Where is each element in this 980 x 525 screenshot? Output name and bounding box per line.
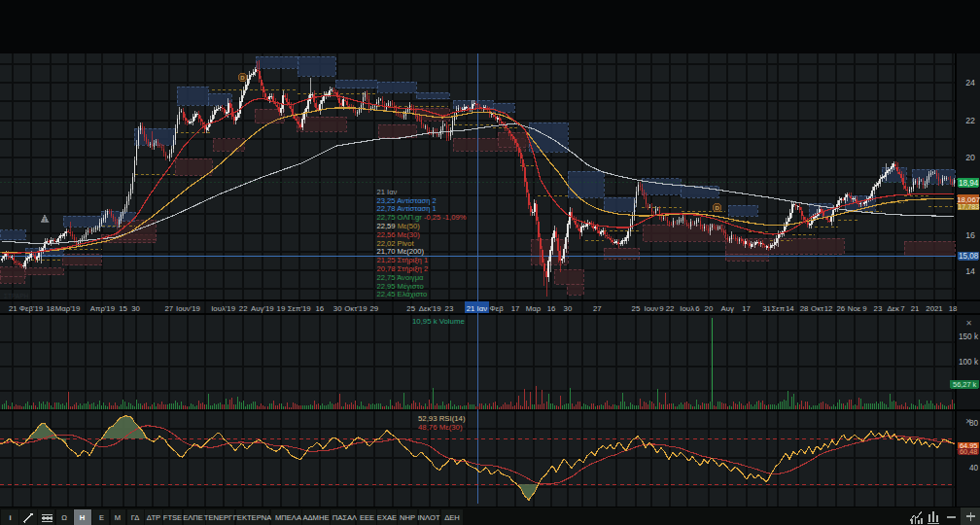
- svg-text:40: 40: [969, 464, 979, 472]
- svg-text:30: 30: [564, 304, 573, 313]
- svg-text:60,48: 60,48: [960, 447, 978, 456]
- svg-text:ΜΠΕΛΑ: ΜΠΕΛΑ: [275, 513, 302, 522]
- svg-text:Σεπ: Σεπ: [772, 304, 786, 313]
- svg-text:22: 22: [239, 304, 248, 313]
- svg-text:30: 30: [131, 304, 140, 313]
- svg-text:17: 17: [742, 304, 751, 313]
- svg-text:Μαρ'19: Μαρ'19: [55, 304, 81, 313]
- svg-text:Αυγ: Αυγ: [721, 304, 734, 313]
- svg-text:Φεβ: Φεβ: [490, 304, 505, 313]
- svg-text:20: 20: [965, 153, 975, 162]
- svg-text:9: 9: [862, 304, 866, 313]
- svg-text:16: 16: [547, 304, 556, 313]
- svg-text:H: H: [80, 513, 85, 522]
- svg-text:12: 12: [824, 304, 833, 313]
- svg-text:22,56 Με(30): 22,56 Με(30): [377, 230, 421, 239]
- svg-text:16: 16: [965, 230, 975, 240]
- svg-text:Ω: Ω: [61, 513, 67, 522]
- svg-text:25: 25: [406, 304, 415, 313]
- svg-text:23: 23: [874, 304, 883, 313]
- svg-text:D: D: [240, 75, 245, 81]
- svg-text:9: 9: [659, 304, 663, 313]
- svg-text:22,59 Με(50): 22,59 Με(50): [377, 222, 421, 230]
- svg-text:23,25 Αντίσταση 2: 23,25 Αντίσταση 2: [377, 196, 437, 205]
- svg-text:18: 18: [46, 304, 54, 313]
- svg-text:16: 16: [315, 304, 324, 313]
- svg-text:28: 28: [800, 304, 809, 313]
- svg-text:ΓΔ: ΓΔ: [131, 513, 140, 522]
- svg-text:15: 15: [119, 304, 127, 313]
- svg-text:ΠΑΣΑΛ: ΠΑΣΑΛ: [332, 513, 358, 522]
- svg-text:21: 21: [911, 304, 920, 313]
- svg-text:Νοε: Νοε: [848, 304, 861, 313]
- svg-text:80: 80: [969, 419, 979, 428]
- svg-text:27: 27: [164, 304, 173, 313]
- svg-text:Φεβ'19: Φεβ'19: [19, 304, 43, 313]
- svg-text:150 k: 150 k: [959, 332, 979, 341]
- svg-text:M: M: [115, 513, 121, 522]
- svg-text:6: 6: [695, 304, 699, 313]
- svg-text:i: i: [9, 513, 11, 522]
- svg-text:22,75 Άνοιγμα: 22,75 Άνοιγμα: [377, 273, 425, 282]
- svg-text:31: 31: [762, 304, 771, 313]
- svg-text:26: 26: [836, 304, 845, 313]
- svg-text:22: 22: [965, 116, 975, 125]
- svg-text:22,02 Pivot: 22,02 Pivot: [377, 239, 415, 248]
- svg-text:ΓΕΚΤΕΡΝΑ: ΓΕΚΤΕΡΝΑ: [233, 513, 273, 522]
- svg-text:Ιουλ: Ιουλ: [680, 304, 694, 313]
- svg-text:Αυγ'19: Αυγ'19: [251, 304, 274, 313]
- svg-text:21,70 Με(200): 21,70 Με(200): [377, 247, 425, 256]
- svg-text:22,45 Ελάχιστο: 22,45 Ελάχιστο: [377, 290, 428, 298]
- svg-text:ΣΤΡΑΡΗ: ΣΤΡΑΡΗ: [4, 293, 29, 299]
- svg-text:22,78 Αντίσταση 1: 22,78 Αντίσταση 1: [377, 204, 437, 213]
- svg-text:25: 25: [632, 304, 641, 313]
- svg-text:17: 17: [511, 304, 520, 313]
- svg-text:Δεκ'19: Δεκ'19: [419, 304, 441, 313]
- svg-text:19: 19: [277, 304, 286, 313]
- svg-text:Οκτ: Οκτ: [811, 304, 824, 313]
- svg-text:Δεκ: Δεκ: [887, 304, 899, 313]
- svg-text:Απρ'19: Απρ'19: [90, 304, 115, 313]
- svg-text:22,95 Μέγιστο: 22,95 Μέγιστο: [377, 282, 424, 291]
- svg-text:ΕΧΑΕ: ΕΧΑΕ: [377, 513, 397, 522]
- svg-text:ΔΕΗ: ΔΕΗ: [444, 513, 460, 522]
- svg-text:22: 22: [666, 304, 675, 313]
- svg-text:56,27 k: 56,27 k: [953, 380, 977, 389]
- svg-text:24: 24: [965, 78, 975, 88]
- svg-text:27: 27: [593, 304, 602, 313]
- svg-text:20,78 Στήριξη 2: 20,78 Στήριξη 2: [377, 264, 429, 273]
- svg-text:23: 23: [445, 304, 454, 313]
- svg-text:!: !: [44, 217, 46, 223]
- svg-text:21 Ιαν: 21 Ιαν: [377, 188, 398, 196]
- svg-text:7: 7: [900, 304, 904, 313]
- svg-text:ΔΤΡ: ΔΤΡ: [147, 513, 160, 522]
- svg-text:22,75 ΟΛΠ.gr -0,25 -1,09%: 22,75 ΟΛΠ.gr -0,25 -1,09%: [377, 213, 467, 222]
- svg-text:18,94: 18,94: [959, 179, 979, 188]
- svg-text:Σεπ'19: Σεπ'19: [288, 304, 311, 313]
- svg-text:52,93 RSI(14): 52,93 RSI(14): [418, 414, 466, 423]
- svg-text:21: 21: [9, 304, 18, 313]
- svg-text:20: 20: [705, 304, 714, 313]
- svg-text:21 Ιαν: 21 Ιαν: [467, 304, 488, 313]
- svg-text:18: 18: [949, 304, 958, 313]
- svg-text:Μαρ: Μαρ: [526, 304, 542, 313]
- svg-text:Ιουλ'19: Ιουλ'19: [211, 304, 235, 313]
- svg-text:48,76 Με(30): 48,76 Με(30): [418, 423, 463, 432]
- svg-text:29: 29: [369, 304, 378, 313]
- svg-text:14: 14: [965, 266, 975, 276]
- svg-text:ΝΗΡ: ΝΗΡ: [400, 513, 415, 522]
- svg-text:14: 14: [786, 304, 794, 313]
- svg-text:100 k: 100 k: [959, 358, 979, 367]
- svg-text:21,25 Στήριξη 1: 21,25 Στήριξη 1: [377, 256, 429, 264]
- svg-text:10,95 k Volume: 10,95 k Volume: [412, 317, 465, 326]
- svg-text:ΙΝΛΟΤ: ΙΝΛΟΤ: [417, 513, 439, 522]
- svg-text:Ιουν: Ιουν: [645, 304, 659, 313]
- svg-text:ΤΕΝΕΡΓ: ΤΕΝΕΡΓ: [204, 513, 233, 522]
- svg-text:18,067: 18,067: [957, 195, 980, 204]
- svg-text:FTSE: FTSE: [163, 513, 182, 522]
- svg-text:2021: 2021: [926, 304, 942, 313]
- svg-text:15,08: 15,08: [959, 252, 979, 261]
- svg-text:ΕΛΠΕ: ΕΛΠΕ: [183, 513, 203, 522]
- svg-text:Ιουν'19: Ιουν'19: [176, 304, 200, 313]
- svg-text:D: D: [715, 205, 719, 211]
